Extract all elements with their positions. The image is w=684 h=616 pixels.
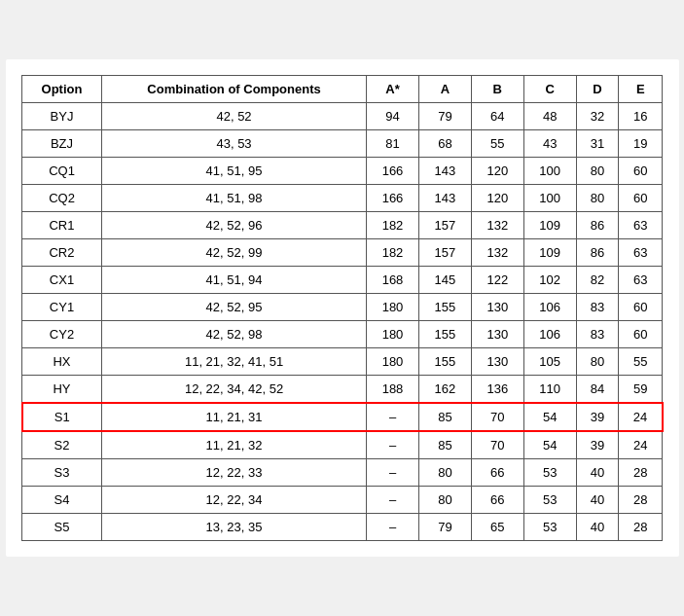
header-c: C <box>523 76 576 103</box>
cell-e: 63 <box>619 267 663 294</box>
cell-e: 16 <box>619 103 663 130</box>
table-row: CY242, 52, 981801551301068360 <box>22 321 663 348</box>
header-d: D <box>576 76 619 103</box>
table-row: CQ141, 51, 951661431201008060 <box>22 158 663 185</box>
cell-astar: 182 <box>367 239 419 267</box>
header-astar: A* <box>367 76 419 103</box>
cell-option: CR2 <box>22 239 102 267</box>
cell-a: 143 <box>418 185 471 212</box>
cell-c: 110 <box>523 376 576 404</box>
cell-e: 63 <box>619 212 663 239</box>
cell-components: 43, 53 <box>102 130 367 158</box>
cell-b: 120 <box>471 158 523 185</box>
cell-a: 79 <box>418 514 471 541</box>
cell-option: S3 <box>22 459 102 487</box>
header-components: Combination of Components <box>102 76 367 103</box>
cell-a: 145 <box>418 267 471 294</box>
cell-b: 55 <box>471 130 523 158</box>
table-row: CR242, 52, 991821571321098663 <box>22 239 663 267</box>
cell-e: 60 <box>619 321 663 348</box>
cell-d: 31 <box>576 130 619 158</box>
cell-components: 42, 52, 95 <box>102 294 367 321</box>
table-row: S312, 22, 33–8066534028 <box>22 459 663 487</box>
cell-a: 157 <box>418 212 471 239</box>
cell-astar: 81 <box>367 130 419 158</box>
cell-e: 60 <box>619 294 663 321</box>
cell-a: 80 <box>418 459 471 487</box>
cell-d: 82 <box>576 267 619 294</box>
header-e: E <box>619 76 663 103</box>
cell-option: S2 <box>22 431 102 459</box>
cell-b: 136 <box>471 376 523 404</box>
cell-d: 40 <box>576 459 619 487</box>
cell-components: 11, 21, 32 <box>102 431 367 459</box>
cell-c: 106 <box>523 294 576 321</box>
cell-a: 85 <box>418 431 471 459</box>
table-row: S111, 21, 31–8570543924 <box>22 403 663 431</box>
cell-astar: 94 <box>367 103 419 130</box>
cell-e: 28 <box>619 459 663 487</box>
cell-e: 28 <box>619 487 663 514</box>
cell-e: 19 <box>619 130 663 158</box>
cell-astar: 182 <box>367 212 419 239</box>
cell-astar: – <box>367 431 419 459</box>
cell-a: 155 <box>418 348 471 376</box>
cell-astar: 166 <box>367 185 419 212</box>
table-row: S412, 22, 34–8066534028 <box>22 487 663 514</box>
cell-d: 80 <box>576 185 619 212</box>
table-row: CQ241, 51, 981661431201008060 <box>22 185 663 212</box>
cell-e: 24 <box>619 403 663 431</box>
cell-d: 80 <box>576 158 619 185</box>
cell-option: CQ1 <box>22 158 102 185</box>
header-option: Option <box>22 76 102 103</box>
cell-components: 42, 52 <box>102 103 367 130</box>
table-row: BZJ43, 53816855433119 <box>22 130 663 158</box>
table-row: S513, 23, 35–7965534028 <box>22 514 663 541</box>
cell-e: 55 <box>619 348 663 376</box>
cell-a: 68 <box>418 130 471 158</box>
table-row: BYJ42, 52947964483216 <box>22 103 663 130</box>
cell-astar: 168 <box>367 267 419 294</box>
cell-b: 120 <box>471 185 523 212</box>
cell-b: 65 <box>471 514 523 541</box>
cell-b: 122 <box>471 267 523 294</box>
cell-c: 109 <box>523 239 576 267</box>
cell-a: 143 <box>418 158 471 185</box>
cell-d: 86 <box>576 239 619 267</box>
cell-components: 41, 51, 95 <box>102 158 367 185</box>
cell-astar: 166 <box>367 158 419 185</box>
table-row: CR142, 52, 961821571321098663 <box>22 212 663 239</box>
cell-astar: – <box>367 487 419 514</box>
cell-c: 53 <box>523 487 576 514</box>
cell-components: 42, 52, 98 <box>102 321 367 348</box>
cell-b: 130 <box>471 321 523 348</box>
cell-components: 42, 52, 99 <box>102 239 367 267</box>
table-row: S211, 21, 32–8570543924 <box>22 431 663 459</box>
cell-e: 60 <box>619 158 663 185</box>
cell-c: 109 <box>523 212 576 239</box>
cell-d: 40 <box>576 487 619 514</box>
cell-c: 53 <box>523 514 576 541</box>
cell-e: 28 <box>619 514 663 541</box>
header-row: Option Combination of Components A* A B … <box>22 76 663 103</box>
cell-astar: 188 <box>367 376 419 404</box>
cell-b: 130 <box>471 294 523 321</box>
cell-a: 80 <box>418 487 471 514</box>
cell-components: 13, 23, 35 <box>102 514 367 541</box>
cell-option: CY1 <box>22 294 102 321</box>
cell-d: 39 <box>576 431 619 459</box>
cell-d: 84 <box>576 376 619 404</box>
cell-components: 42, 52, 96 <box>102 212 367 239</box>
cell-option: HY <box>22 376 102 404</box>
cell-c: 105 <box>523 348 576 376</box>
cell-b: 70 <box>471 403 523 431</box>
cell-option: CX1 <box>22 267 102 294</box>
cell-d: 83 <box>576 321 619 348</box>
cell-astar: – <box>367 459 419 487</box>
header-a: A <box>418 76 471 103</box>
cell-option: BZJ <box>22 130 102 158</box>
cell-option: HX <box>22 348 102 376</box>
cell-d: 83 <box>576 294 619 321</box>
cell-components: 11, 21, 32, 41, 51 <box>102 348 367 376</box>
table-row: CX141, 51, 941681451221028263 <box>22 267 663 294</box>
